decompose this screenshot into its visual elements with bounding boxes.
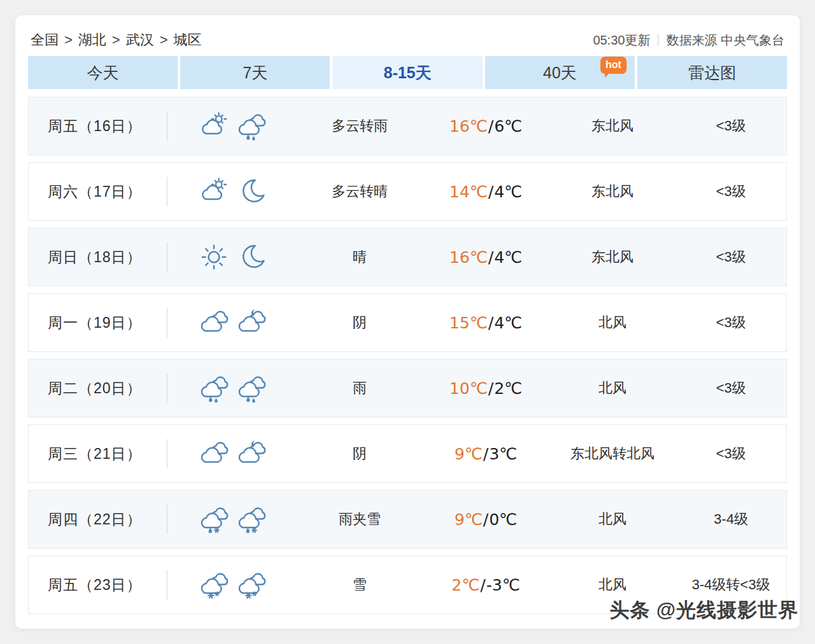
wind-direction: 北风 — [549, 379, 676, 398]
temp-low: 3℃ — [489, 445, 517, 463]
cloud-sun-icon — [199, 111, 229, 141]
forecast-row: 周五（16日） 多云转雨 16℃/6℃ 东北风 <3级 — [28, 97, 787, 155]
top-bar: 全国>湖北>武汉>城区 05:30更新 数据来源 中央气象台 — [28, 24, 787, 56]
weather-icons — [167, 242, 297, 272]
forecast-row: 周六（17日） 多云转晴 14℃/4℃ 东北风 <3级 — [28, 162, 787, 221]
wind-scale: <3级 — [676, 248, 786, 267]
sleet-icon — [237, 505, 266, 534]
wind-direction: 北风 — [549, 510, 676, 529]
wind-scale: <3级 — [676, 444, 786, 463]
tab-today[interactable]: 今天 — [28, 56, 178, 89]
wind-direction: 东北风 — [549, 116, 676, 136]
temp-slash: / — [483, 510, 489, 529]
forecast-row: 周三（21日） 阴 9℃/3℃ 东北风转北风 <3级 — [28, 424, 787, 483]
cloud-sun-icon — [199, 177, 229, 206]
temp-low: -3℃ — [486, 576, 520, 594]
wind-direction: 北风 — [549, 575, 676, 594]
temp-low: 0℃ — [489, 510, 517, 529]
overcast-icon — [199, 308, 229, 337]
forecast-row: 周二（20日） 雨 10℃/2℃ 北风 <3级 — [28, 359, 787, 417]
temp-slash: / — [488, 248, 494, 267]
weather-text: 阴 — [297, 313, 422, 332]
temp-high: 15℃ — [450, 314, 488, 332]
wind-direction: 北风 — [549, 313, 676, 332]
overcast-night-icon — [237, 439, 266, 468]
breadcrumb-item[interactable]: 全国 — [31, 32, 59, 48]
breadcrumb-item[interactable]: 武汉 — [126, 32, 154, 48]
weather-card: 全国>湖北>武汉>城区 05:30更新 数据来源 中央气象台 今天7天8-15天… — [15, 15, 800, 629]
rain-icon — [237, 374, 266, 403]
wind-scale: 3-4级转<3级 — [676, 575, 786, 594]
watermark: 头条 @光线摄影世界 — [609, 597, 798, 624]
data-source: 数据来源 中央气象台 — [666, 32, 784, 49]
temp-slash: / — [488, 314, 494, 332]
temperature: 14℃/4℃ — [422, 183, 549, 201]
day-label: 周三（21日） — [29, 425, 167, 482]
weather-text: 多云转雨 — [297, 116, 422, 136]
weather-icons — [167, 111, 297, 141]
breadcrumb-item[interactable]: 湖北 — [78, 32, 106, 48]
breadcrumb: 全国>湖北>武汉>城区 — [31, 31, 202, 50]
tab-40-days[interactable]: 40天hot — [485, 56, 635, 89]
day-label: 周五（16日） — [29, 97, 167, 155]
temp-slash: / — [483, 445, 489, 463]
weather-text: 雪 — [297, 575, 422, 594]
temp-high: 9℃ — [455, 445, 483, 463]
tab-radar[interactable]: 雷达图 — [637, 56, 787, 89]
temperature: 2℃/-3℃ — [422, 576, 549, 594]
breadcrumb-separator: > — [106, 32, 126, 48]
temp-high: 16℃ — [450, 248, 488, 267]
temp-low: 4℃ — [494, 248, 522, 267]
weather-text: 阴 — [297, 444, 422, 463]
wind-direction: 东北风 — [549, 248, 676, 267]
rain-icon — [199, 374, 229, 403]
weather-text: 雨 — [297, 379, 422, 398]
temperature: 16℃/6℃ — [422, 117, 549, 136]
forecast-row: 周日（18日） 晴 16℃/4℃ 东北风 <3级 — [28, 228, 787, 286]
overcast-icon — [199, 439, 229, 468]
update-time: 05:30更新 — [593, 32, 650, 49]
wind-scale: <3级 — [676, 379, 786, 398]
hot-badge: hot — [600, 57, 627, 74]
tab-label: 8-15天 — [383, 62, 431, 83]
temperature: 16℃/4℃ — [422, 248, 549, 267]
overcast-night-icon — [237, 308, 266, 337]
temp-low: 2℃ — [494, 379, 522, 398]
temp-high: 9℃ — [455, 510, 483, 529]
breadcrumb-separator: > — [154, 32, 174, 48]
meta-divider — [658, 34, 658, 46]
temp-low: 6℃ — [494, 117, 522, 136]
temp-high: 10℃ — [450, 379, 488, 398]
wind-direction: 东北风 — [549, 182, 676, 201]
snow-icon — [199, 570, 229, 599]
temp-high: 14℃ — [450, 183, 488, 201]
day-label: 周日（18日） — [29, 228, 167, 286]
temp-low: 4℃ — [494, 314, 522, 332]
temperature: 9℃/3℃ — [422, 445, 549, 463]
tab-label: 雷达图 — [688, 62, 736, 83]
temp-slash: / — [488, 117, 494, 136]
temp-slash: / — [488, 379, 494, 398]
sun-icon — [199, 242, 229, 272]
tab-label: 40天 — [543, 62, 577, 83]
forecast-row: 周一（19日） 阴 15℃/4℃ 北风 <3级 — [28, 293, 787, 352]
tab-label: 今天 — [87, 62, 119, 83]
breadcrumb-item[interactable]: 城区 — [174, 32, 202, 48]
tab-7-days[interactable]: 7天 — [180, 56, 330, 89]
temp-low: 4℃ — [494, 183, 522, 201]
forecast-list: 周五（16日） 多云转雨 16℃/6℃ 东北风 <3级 周六（17日） 多云转晴… — [28, 97, 787, 614]
weather-text: 多云转晴 — [297, 182, 422, 201]
weather-icons — [167, 570, 297, 599]
tab-8-15-days[interactable]: 8-15天 — [332, 56, 482, 89]
wind-scale: <3级 — [676, 116, 786, 136]
rain-icon — [237, 111, 266, 141]
weather-text: 雨夹雪 — [297, 510, 422, 529]
temp-slash: / — [479, 576, 486, 594]
day-label: 周二（20日） — [29, 360, 167, 417]
wind-scale: <3级 — [676, 182, 786, 201]
wind-scale: 3-4级 — [676, 510, 786, 529]
tab-label: 7天 — [243, 62, 267, 83]
temp-high: 16℃ — [450, 117, 488, 136]
day-label: 周四（22日） — [29, 491, 167, 548]
breadcrumb-separator: > — [59, 32, 78, 48]
